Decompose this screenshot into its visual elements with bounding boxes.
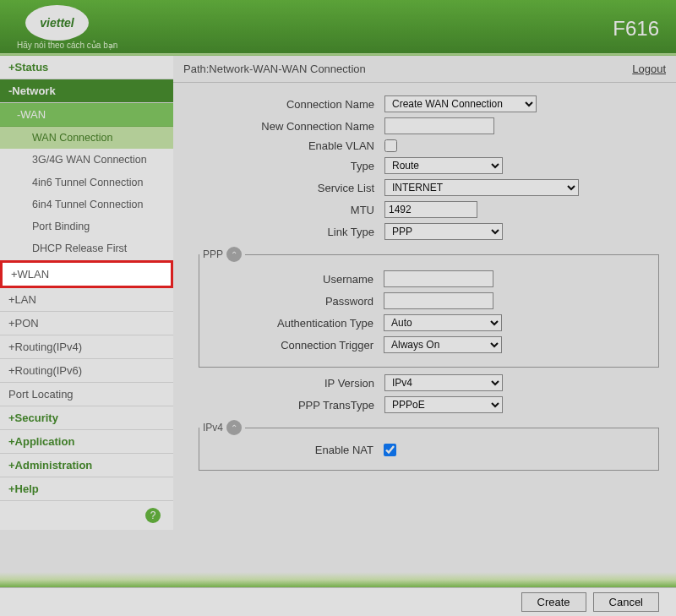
sidebar-item-application[interactable]: +Application — [0, 430, 173, 454]
sidebar-item-help[interactable]: +Help — [0, 477, 173, 501]
password-label: Password — [199, 295, 384, 308]
conn-trigger-select[interactable]: Always On — [384, 336, 502, 353]
breadcrumb: Path:Network-WAN-WAN Connection — [183, 63, 366, 75]
enable-vlan-checkbox[interactable] — [384, 139, 397, 152]
sidebar-item-administration[interactable]: +Administration — [0, 454, 173, 477]
form-area: Connection Name Create WAN Connection Ne… — [173, 83, 676, 486]
button-bar: Create Cancel — [0, 572, 676, 616]
gradient-divider — [0, 572, 676, 587]
enable-nat-checkbox[interactable] — [384, 444, 396, 456]
ppp-transtype-select[interactable]: PPPoE — [384, 396, 503, 413]
conn-trigger-label: Connection Trigger — [199, 339, 384, 352]
slogan: Hãy nói theo cách của bạn — [17, 41, 117, 50]
sidebar-help-area: ? — [0, 501, 173, 530]
logo-text: viettel — [40, 16, 74, 30]
sidebar-item-port-binding[interactable]: Port Binding — [0, 215, 173, 237]
sidebar-item-port-locating[interactable]: Port Locating — [0, 383, 173, 406]
username-label: Username — [199, 273, 384, 286]
connection-name-label: Connection Name — [190, 98, 384, 111]
password-input[interactable] — [384, 292, 493, 309]
ip-version-label: IP Version — [190, 377, 384, 390]
sidebar-item-lan[interactable]: +LAN — [0, 288, 173, 312]
sidebar-item-wlan[interactable]: +WLAN — [0, 260, 173, 288]
sidebar-item-3g4g[interactable]: 3G/4G WAN Connection — [0, 149, 173, 171]
header: viettel Hãy nói theo cách của bạn F616 — [0, 0, 676, 53]
sidebar-item-status[interactable]: +Status — [0, 56, 173, 79]
sidebar-item-network[interactable]: -Network — [0, 79, 173, 103]
content: Path:Network-WAN-WAN Connection Logout C… — [173, 56, 676, 530]
enable-vlan-label: Enable VLAN — [190, 139, 384, 152]
mtu-input[interactable] — [384, 201, 477, 218]
auth-type-label: Authentication Type — [199, 317, 384, 330]
sidebar: +Status -Network -WAN WAN Connection 3G/… — [0, 56, 173, 530]
ipv4-legend: IPv4 ⌃ — [199, 420, 245, 435]
new-connection-name-label: New Connection Name — [190, 120, 384, 133]
sidebar-item-6in4[interactable]: 6in4 Tunnel Connection — [0, 194, 173, 215]
sidebar-item-wan-connection[interactable]: WAN Connection — [0, 127, 173, 149]
ppp-legend: PPP ⌃ — [199, 247, 245, 262]
cancel-button[interactable]: Cancel — [593, 592, 659, 612]
sidebar-item-pon[interactable]: +PON — [0, 312, 173, 335]
sidebar-item-wan[interactable]: -WAN — [0, 103, 173, 127]
ipv4-fieldset: IPv4 ⌃ Enable NAT — [199, 420, 659, 471]
model-label: F616 — [613, 17, 659, 41]
link-type-select[interactable]: PPP — [384, 223, 503, 240]
type-select[interactable]: Route — [384, 157, 503, 174]
chevron-up-icon[interactable]: ⌃ — [226, 420, 242, 435]
sidebar-item-routing-ipv4[interactable]: +Routing(IPv4) — [0, 335, 173, 359]
ip-version-select[interactable]: IPv4 — [384, 374, 503, 391]
new-connection-name-input[interactable] — [384, 117, 494, 134]
type-label: Type — [190, 160, 384, 172]
ppp-fieldset: PPP ⌃ Username Password Authentication T… — [199, 247, 659, 368]
logo: viettel — [25, 5, 89, 41]
help-icon[interactable]: ? — [145, 508, 161, 523]
path-bar: Path:Network-WAN-WAN Connection Logout — [173, 56, 676, 83]
sidebar-item-security[interactable]: +Security — [0, 406, 173, 430]
service-list-label: Service List — [190, 182, 384, 194]
logout-link[interactable]: Logout — [632, 63, 666, 75]
sidebar-item-routing-ipv6[interactable]: +Routing(IPv6) — [0, 359, 173, 383]
username-input[interactable] — [384, 270, 493, 287]
mtu-label: MTU — [190, 204, 384, 216]
sidebar-item-4in6[interactable]: 4in6 Tunnel Connection — [0, 172, 173, 194]
connection-name-select[interactable]: Create WAN Connection — [384, 95, 537, 112]
link-type-label: Link Type — [190, 226, 384, 238]
chevron-up-icon[interactable]: ⌃ — [226, 247, 242, 262]
enable-nat-label: Enable NAT — [199, 444, 384, 456]
service-list-select[interactable]: INTERNET — [384, 179, 579, 196]
ppp-transtype-label: PPP TransType — [190, 399, 384, 412]
sidebar-item-dhcp-release[interactable]: DHCP Release First — [0, 237, 173, 259]
create-button[interactable]: Create — [521, 592, 586, 612]
auth-type-select[interactable]: Auto — [384, 314, 502, 331]
